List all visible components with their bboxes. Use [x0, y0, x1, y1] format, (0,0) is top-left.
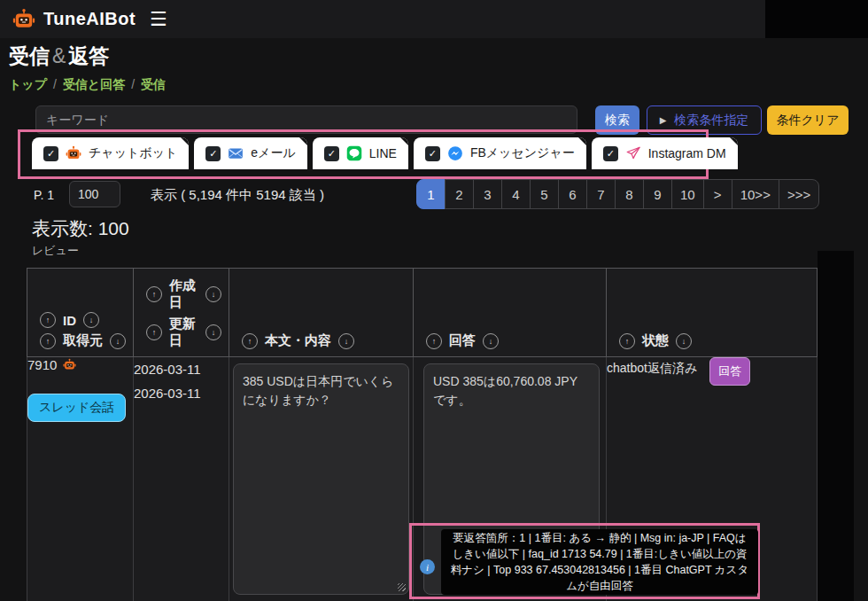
app-logo-robot-icon	[12, 8, 35, 31]
right-dark-panel	[818, 251, 854, 601]
cell-dates: 2026-03-11 2026-03-11	[134, 357, 229, 601]
col-header-body: ↑本文・内容↓	[229, 269, 414, 357]
col-header-status: ↑状態↓	[607, 269, 818, 357]
thread-conversation-button[interactable]: スレッド会話	[27, 394, 126, 422]
info-icon[interactable]: i	[420, 559, 435, 574]
sort-asc-icon[interactable]: ↑	[40, 312, 56, 328]
chip-corner-notch	[400, 137, 408, 145]
results-summary: 表示 ( 5,194 件中 5194 該当 )	[151, 187, 324, 204]
line-checkbox[interactable]: ✓	[324, 146, 339, 161]
col-header-dates: ↑作成日↓ ↑更新日↓	[134, 269, 229, 357]
robot-icon	[66, 145, 81, 161]
channel-chip-fb-messenger[interactable]: ✓ FBメッセンジャー	[414, 137, 586, 169]
message-id: 7910	[27, 357, 57, 372]
last-page-button[interactable]: >>>	[779, 179, 819, 209]
channel-filter-highlight-box: ✓ チャットボット ✓ eメール ✓ LINE	[18, 129, 709, 179]
updated-date: 2026-03-11	[134, 381, 229, 405]
sort-asc-icon[interactable]: ↑	[40, 333, 56, 349]
per-page-input[interactable]	[69, 181, 120, 207]
page-button-5[interactable]: 5	[530, 179, 559, 209]
cell-id: 7910 スレッド会話	[27, 357, 134, 601]
page-button-8[interactable]: 8	[615, 179, 644, 209]
routing-info-tooltip: 要返答箇所：1 | 1番目: ある → 静的 | Msg in: ja-JP |…	[441, 529, 758, 595]
page-button-9[interactable]: 9	[643, 179, 672, 209]
app-title: TuneAIBot	[43, 9, 136, 29]
email-icon	[228, 145, 244, 161]
col-header-id-source: ↑ID↓ ↑取得元↓	[27, 269, 134, 357]
sort-desc-icon[interactable]: ↓	[483, 333, 499, 349]
reply-button[interactable]: 回答	[709, 357, 750, 386]
sort-desc-icon[interactable]: ↓	[338, 333, 354, 349]
sort-desc-icon[interactable]: ↓	[676, 333, 692, 349]
review-label: レビュー	[32, 243, 79, 259]
sort-desc-icon[interactable]: ↓	[205, 286, 221, 302]
email-checkbox[interactable]: ✓	[205, 146, 221, 161]
channel-chip-line[interactable]: ✓ LINE	[313, 137, 408, 169]
current-page-label: P. 1	[34, 188, 54, 202]
created-date: 2026-03-11	[134, 357, 229, 381]
sort-asc-icon[interactable]: ↑	[242, 333, 258, 349]
table-header-row: ↑ID↓ ↑取得元↓ ↑作成日↓ ↑更新日↓ ↑本文・内容↓ ↑回答↓ ↑状態↓	[27, 269, 818, 357]
breadcrumb-inbox[interactable]: 受信	[141, 77, 166, 91]
sort-asc-icon[interactable]: ↑	[426, 333, 442, 349]
channel-chip-email[interactable]: ✓ eメール	[194, 137, 306, 169]
app-root: TuneAIBot ☰ 受信&返答 トップ/受信と回答/受信 検索 ▶ 検索条件…	[0, 0, 868, 601]
chatbot-checkbox[interactable]: ✓	[43, 146, 58, 161]
jump-10-pages-button[interactable]: 10>>	[732, 179, 779, 209]
page-button-10[interactable]: 10	[671, 179, 704, 209]
sort-asc-icon[interactable]: ↑	[146, 286, 162, 302]
messenger-checkbox[interactable]: ✓	[425, 146, 440, 161]
breadcrumb-top[interactable]: トップ	[9, 77, 47, 91]
instagram-dm-icon	[625, 145, 641, 161]
instagram-checkbox[interactable]: ✓	[603, 146, 618, 161]
sort-asc-icon[interactable]: ↑	[619, 333, 635, 349]
body-textarea[interactable]: 385 USDは日本円でいくらになりますか？	[233, 363, 409, 595]
col-header-answer: ↑回答↓	[414, 269, 607, 357]
cell-body: 385 USDは日本円でいくらになりますか？	[229, 357, 414, 601]
page-button-4[interactable]: 4	[501, 179, 531, 209]
chip-corner-notch	[181, 137, 189, 145]
display-count-label: 表示数: 100	[32, 216, 129, 241]
pagination: 1 2 3 4 5 6 7 8 9 10 > 10>> >>>	[416, 179, 819, 209]
hamburger-menu-icon[interactable]: ☰	[150, 10, 167, 29]
page-title: 受信&返答	[9, 43, 109, 70]
page-button-2[interactable]: 2	[445, 179, 474, 209]
line-icon	[346, 145, 362, 161]
status-badge: chatbot返信済み	[607, 357, 697, 377]
sort-desc-icon[interactable]: ↓	[110, 333, 126, 349]
messenger-icon	[447, 145, 463, 161]
app-header: TuneAIBot ☰	[0, 0, 765, 38]
header-right-spacer	[765, 0, 868, 38]
expand-arrow-icon: ▶	[660, 115, 667, 125]
next-page-button[interactable]: >	[703, 179, 732, 209]
page-button-6[interactable]: 6	[558, 179, 587, 209]
breadcrumb-inbox-answer[interactable]: 受信と回答	[63, 77, 125, 91]
chip-corner-notch	[578, 137, 586, 145]
page-button-3[interactable]: 3	[473, 179, 502, 209]
sort-asc-icon[interactable]: ↑	[146, 324, 162, 340]
clear-conditions-button[interactable]: 条件クリア	[767, 105, 849, 135]
sort-desc-icon[interactable]: ↓	[205, 324, 221, 340]
breadcrumb: トップ/受信と回答/受信	[9, 77, 166, 93]
page-button-7[interactable]: 7	[586, 179, 616, 209]
page-button-1[interactable]: 1	[416, 179, 446, 209]
channel-chip-chatbot[interactable]: ✓ チャットボット	[32, 137, 189, 169]
channel-chip-instagram-dm[interactable]: ✓ Instagram DM	[592, 137, 738, 169]
channel-chips: ✓ チャットボット ✓ eメール ✓ LINE	[32, 137, 738, 169]
robot-source-icon	[63, 358, 76, 371]
chip-corner-notch	[730, 137, 738, 145]
chip-corner-notch	[299, 137, 307, 145]
sort-desc-icon[interactable]: ↓	[83, 312, 99, 328]
